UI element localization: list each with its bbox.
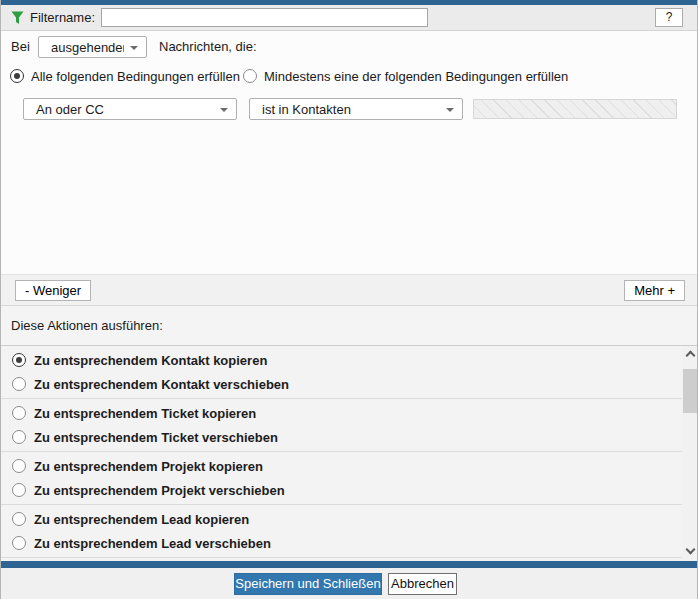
radio-button[interactable] (10, 69, 24, 83)
action-option-label: Zu entsprechendem Ticket verschieben (34, 430, 278, 445)
chevron-down-icon (686, 545, 696, 555)
radio-button[interactable] (12, 430, 26, 444)
filtername-row: Filtername: ? (1, 5, 698, 31)
action-option-label: Zu entsprechendem Projekt verschieben (34, 483, 285, 498)
radio-button[interactable] (243, 69, 257, 83)
filtername-label: Filtername: (30, 5, 95, 30)
action-option-label: Zu entsprechendem Kontakt verschieben (34, 377, 289, 392)
action-group-kontakt: Zu entsprechendem Kontakt kopieren Zu en… (1, 346, 698, 399)
actions-section-header: Diese Aktionen ausführen: (1, 306, 698, 345)
actions-title: Diese Aktionen ausführen: (11, 318, 163, 333)
radio-button[interactable] (12, 483, 26, 497)
chevron-down-icon (446, 108, 454, 112)
action-option[interactable]: Zu entsprechendem Projekt verschieben (1, 478, 698, 502)
filter-dialog: Filtername: ? Bei ausgehenden Nachrichte… (0, 0, 698, 599)
radio-button[interactable] (12, 512, 26, 526)
direction-dropdown[interactable]: ausgehenden (38, 36, 147, 58)
match-option-label: Mindestens eine der folgenden Bedingunge… (264, 69, 568, 84)
condition-field-value: An oder CC (36, 102, 104, 117)
radio-button[interactable] (12, 459, 26, 473)
help-button[interactable]: ? (655, 8, 683, 27)
action-option[interactable]: Zu entsprechendem Ticket verschieben (1, 425, 698, 449)
action-option[interactable]: Zu entsprechendem Ticket kopieren (1, 401, 698, 425)
direction-dropdown-value: ausgehenden (51, 40, 124, 55)
chevron-down-icon (130, 46, 138, 50)
action-option-label: Zu entsprechendem Kontakt kopieren (34, 353, 267, 368)
bottom-accent-bar (1, 561, 698, 568)
condition-value-field-disabled (473, 99, 677, 119)
actions-list: Zu entsprechendem Kontakt kopieren Zu en… (1, 345, 698, 561)
scrollbar-thumb[interactable] (683, 369, 698, 413)
radio-button[interactable] (12, 377, 26, 391)
more-button[interactable]: Mehr + (624, 280, 685, 301)
condition-controls-band: - Weniger Mehr + (1, 274, 698, 306)
match-option-any[interactable]: Mindestens eine der folgenden Bedingunge… (243, 68, 568, 84)
radio-button[interactable] (12, 536, 26, 550)
nachrichten-label: Nachrichten, die: (159, 36, 257, 58)
save-and-close-button[interactable]: Speichern und Schließen (234, 573, 382, 595)
match-option-all[interactable]: Alle folgenden Bedingungen erfüllen (10, 68, 240, 84)
scroll-down-button[interactable] (682, 543, 698, 560)
action-option[interactable]: Zu entsprechendem Kontakt kopieren (1, 348, 698, 372)
condition-operator-dropdown[interactable]: ist in Kontakten (249, 98, 463, 120)
action-option[interactable]: Zu entsprechendem Lead kopieren (1, 507, 698, 531)
action-group-projekt: Zu entsprechendem Projekt kopieren Zu en… (1, 452, 698, 505)
action-option-label: Zu entsprechendem Lead verschieben (34, 536, 271, 551)
condition-operator-value: ist in Kontakten (262, 102, 351, 117)
action-option[interactable]: Zu entsprechendem Projekt kopieren (1, 454, 698, 478)
radio-button[interactable] (12, 353, 26, 367)
radio-button[interactable] (12, 406, 26, 420)
chevron-up-icon (686, 351, 696, 361)
vertical-scrollbar[interactable] (682, 346, 698, 561)
filtername-input[interactable] (101, 8, 428, 27)
footer: Speichern und Schließen Abbrechen (1, 568, 698, 599)
chevron-down-icon (220, 108, 228, 112)
action-option-label: Zu entsprechendem Projekt kopieren (34, 459, 263, 474)
match-option-label: Alle folgenden Bedingungen erfüllen (31, 69, 240, 84)
bei-label: Bei (11, 36, 30, 58)
less-button[interactable]: - Weniger (15, 280, 91, 301)
action-group-lead: Zu entsprechendem Lead kopieren Zu entsp… (1, 505, 698, 558)
action-option[interactable]: Zu entsprechendem Lead verschieben (1, 531, 698, 555)
filter-icon (11, 11, 24, 25)
scroll-up-button[interactable] (682, 346, 698, 363)
action-option-label: Zu entsprechendem Lead kopieren (34, 512, 249, 527)
action-option-label: Zu entsprechendem Ticket kopieren (34, 406, 256, 421)
condition-field-dropdown[interactable]: An oder CC (23, 98, 237, 120)
action-option[interactable]: Zu entsprechendem Kontakt verschieben (1, 372, 698, 396)
cancel-button[interactable]: Abbrechen (388, 573, 457, 595)
action-group-ticket: Zu entsprechendem Ticket kopieren Zu ent… (1, 399, 698, 452)
